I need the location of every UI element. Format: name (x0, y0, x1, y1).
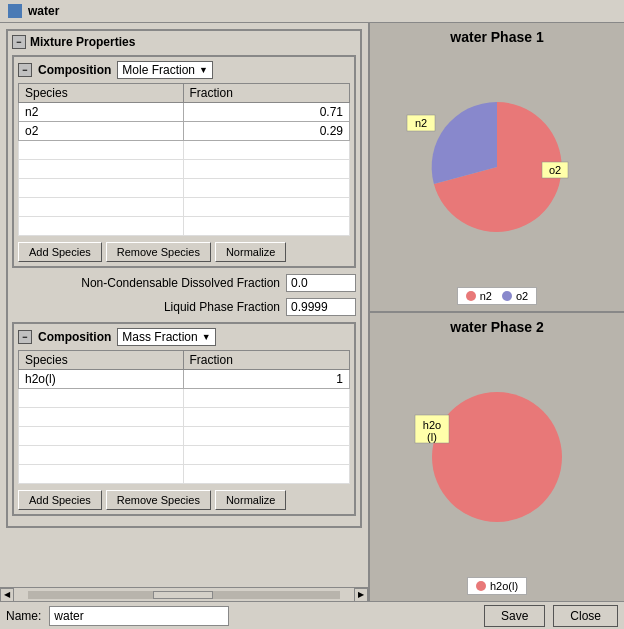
table-row (19, 217, 350, 236)
species-cell (19, 198, 184, 217)
non-condensable-row: Non-Condensable Dissolved Fraction (12, 274, 356, 292)
table-row (19, 408, 350, 427)
phase2-composition-type-value: Mass Fraction (122, 330, 197, 344)
phase2-chart-title: water Phase 2 (450, 319, 543, 335)
phase1-fraction-col-header: Fraction (183, 84, 349, 103)
phase2-dropdown-arrow-icon: ▼ (202, 332, 211, 342)
phase1-legend-n2-dot (466, 291, 476, 301)
table-row (19, 446, 350, 465)
table-row[interactable]: n20.71 (19, 103, 350, 122)
fraction-cell (183, 446, 349, 465)
phase1-pie-chart: n2 o2 (402, 92, 592, 242)
water-icon (8, 4, 22, 18)
species-cell (19, 465, 184, 484)
phase1-composition-type-dropdown[interactable]: Mole Fraction ▼ (117, 61, 213, 79)
fraction-cell (183, 198, 349, 217)
phase1-button-row: Add Species Remove Species Normalize (18, 242, 350, 262)
table-row (19, 179, 350, 198)
phase2-normalize-button[interactable]: Normalize (215, 490, 287, 510)
mixture-properties-header: − Mixture Properties (12, 35, 356, 49)
fraction-cell: 0.71 (183, 103, 349, 122)
phase1-o2-label: o2 (549, 164, 561, 176)
phase2-legend-h2o-label: h2o(l) (490, 580, 518, 592)
name-label: Name: (6, 609, 41, 623)
title-bar: water (0, 0, 624, 23)
phase2-add-species-button[interactable]: Add Species (18, 490, 102, 510)
phase2-button-row: Add Species Remove Species Normalize (18, 490, 350, 510)
phase2-composition-header: − Composition Mass Fraction ▼ (18, 328, 350, 346)
phase2-chart-area: h2o (l) (376, 341, 618, 573)
phase2-collapse-icon[interactable]: − (18, 330, 32, 344)
phase2-fraction-col-header: Fraction (183, 351, 349, 370)
phase2-remove-species-button[interactable]: Remove Species (106, 490, 211, 510)
scroll-right-arrow[interactable]: ▶ (354, 588, 368, 602)
phase1-remove-species-button[interactable]: Remove Species (106, 242, 211, 262)
species-cell: h2o(l) (19, 370, 184, 389)
phase1-legend-n2-label: n2 (480, 290, 492, 302)
horizontal-scrollbar[interactable]: ◀ ▶ (0, 587, 368, 601)
species-cell (19, 408, 184, 427)
phase2-composition-label: Composition (38, 330, 111, 344)
phase2-composition-section: − Composition Mass Fraction ▼ Species Fr… (12, 322, 356, 516)
table-row (19, 160, 350, 179)
phase1-n2-label: n2 (415, 117, 427, 129)
fraction-cell (183, 465, 349, 484)
phase1-normalize-button[interactable]: Normalize (215, 242, 287, 262)
species-cell (19, 160, 184, 179)
mixture-properties-label: Mixture Properties (30, 35, 135, 49)
phase1-add-species-button[interactable]: Add Species (18, 242, 102, 262)
phase1-composition-type-value: Mole Fraction (122, 63, 195, 77)
phase1-legend-o2-dot (502, 291, 512, 301)
phase2-legend-h2o-dot (476, 581, 486, 591)
section-collapse-icon[interactable]: − (12, 35, 26, 49)
phase2-composition-type-dropdown[interactable]: Mass Fraction ▼ (117, 328, 215, 346)
main-content: − Mixture Properties − Composition Mole … (0, 23, 624, 601)
phase1-species-table: Species Fraction n20.71o20.29 (18, 83, 350, 236)
window-title: water (28, 4, 59, 18)
phase2-species-table: Species Fraction h2o(l)1 (18, 350, 350, 484)
phase2-chart-section: water Phase 2 h2o (l) h2o(l) (370, 313, 624, 601)
table-row (19, 427, 350, 446)
fraction-cell (183, 141, 349, 160)
species-cell (19, 446, 184, 465)
scroll-left-arrow[interactable]: ◀ (0, 588, 14, 602)
save-button[interactable]: Save (484, 605, 545, 627)
left-panel: − Mixture Properties − Composition Mole … (0, 23, 370, 601)
name-input[interactable] (49, 606, 229, 626)
liquid-phase-label: Liquid Phase Fraction (164, 300, 280, 314)
phase1-legend-o2: o2 (502, 290, 528, 302)
fraction-cell (183, 408, 349, 427)
fraction-cell: 1 (183, 370, 349, 389)
liquid-phase-row: Liquid Phase Fraction (12, 298, 356, 316)
species-cell (19, 141, 184, 160)
fraction-cell (183, 427, 349, 446)
non-condensable-input[interactable] (286, 274, 356, 292)
close-button[interactable]: Close (553, 605, 618, 627)
liquid-phase-input[interactable] (286, 298, 356, 316)
non-condensable-label: Non-Condensable Dissolved Fraction (81, 276, 280, 290)
table-row[interactable]: o20.29 (19, 122, 350, 141)
phase1-chart-area: n2 o2 (376, 51, 618, 283)
table-row (19, 465, 350, 484)
table-row[interactable]: h2o(l)1 (19, 370, 350, 389)
left-scroll-area[interactable]: − Mixture Properties − Composition Mole … (0, 23, 368, 587)
species-cell (19, 389, 184, 408)
phase1-composition-header: − Composition Mole Fraction ▼ (18, 61, 350, 79)
scroll-thumb[interactable] (153, 591, 213, 599)
mixture-properties-section: − Mixture Properties − Composition Mole … (6, 29, 362, 528)
phase1-chart-title: water Phase 1 (450, 29, 543, 45)
fraction-cell (183, 179, 349, 198)
phase1-species-col-header: Species (19, 84, 184, 103)
phase1-chart-section: water Phase 1 n2 o2 n2 (370, 23, 624, 313)
phase2-h2o-slice (432, 392, 562, 522)
species-cell: n2 (19, 103, 184, 122)
phase1-composition-section: − Composition Mole Fraction ▼ Species Fr… (12, 55, 356, 268)
species-cell (19, 217, 184, 236)
phase2-species-col-header: Species (19, 351, 184, 370)
table-row (19, 198, 350, 217)
phase1-collapse-icon[interactable]: − (18, 63, 32, 77)
phase1-legend-n2: n2 (466, 290, 492, 302)
phase2-legend-h2o: h2o(l) (476, 580, 518, 592)
phase1-dropdown-arrow-icon: ▼ (199, 65, 208, 75)
table-row (19, 141, 350, 160)
